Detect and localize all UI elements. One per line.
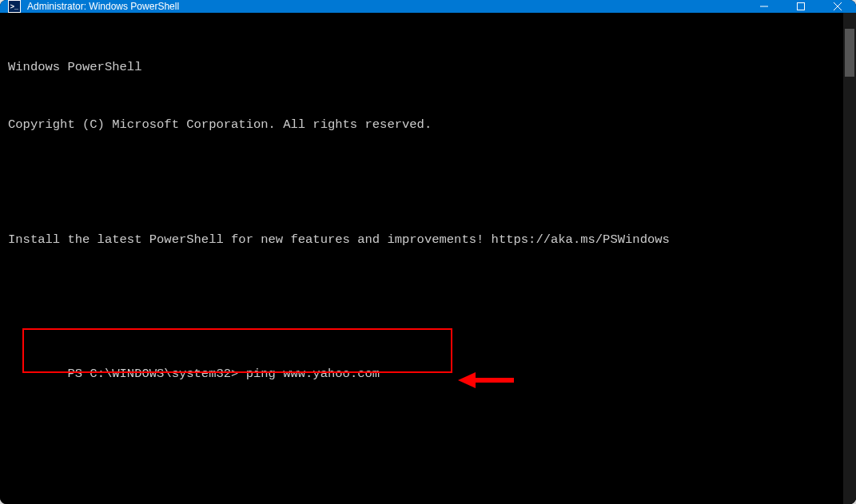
maximize-button[interactable] <box>782 0 819 13</box>
titlebar[interactable]: >_ Administrator: Windows PowerShell <box>0 0 856 13</box>
window-controls <box>746 0 856 13</box>
command-line: PS C:\WINDOWS\system32> ping www.yahoo.c… <box>8 345 835 422</box>
output-line: Install the latest PowerShell for new fe… <box>8 230 835 249</box>
window-title: Administrator: Windows PowerShell <box>27 1 746 12</box>
blank-line <box>8 288 835 307</box>
powershell-icon: >_ <box>8 0 21 13</box>
arrow-annotation-icon <box>384 351 516 415</box>
powershell-window: >_ Administrator: Windows PowerShell Win… <box>0 0 856 504</box>
minimize-button[interactable] <box>746 0 782 13</box>
svg-rect-1 <box>798 3 805 10</box>
blank-line <box>8 173 835 192</box>
output-line: Windows PowerShell <box>8 58 835 77</box>
terminal-area: Windows PowerShell Copyright (C) Microso… <box>0 13 856 504</box>
svg-marker-5 <box>458 372 476 388</box>
scrollbar-thumb[interactable] <box>845 29 854 77</box>
terminal-output[interactable]: Windows PowerShell Copyright (C) Microso… <box>0 13 843 504</box>
close-button[interactable] <box>819 0 856 13</box>
scrollbar[interactable] <box>843 13 856 504</box>
blank-line <box>8 460 835 479</box>
prompt-command: PS C:\WINDOWS\system32> ping www.yahoo.c… <box>67 367 380 381</box>
output-line: Copyright (C) Microsoft Corporation. All… <box>8 115 835 134</box>
